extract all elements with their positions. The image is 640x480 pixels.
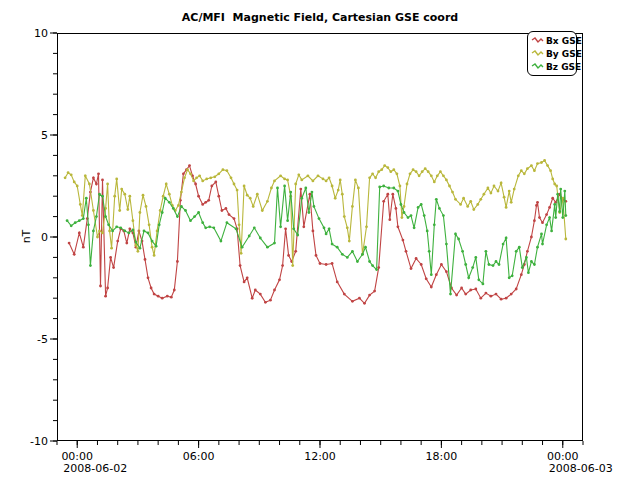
data-point-marker xyxy=(375,268,378,271)
data-point-marker xyxy=(513,188,516,191)
data-point-marker xyxy=(483,193,486,196)
data-point-marker xyxy=(554,216,557,219)
data-point-marker xyxy=(283,185,286,188)
data-point-marker xyxy=(300,179,303,182)
data-point-marker xyxy=(440,263,443,266)
data-point-marker xyxy=(406,183,409,186)
data-point-marker xyxy=(64,176,67,179)
data-point-marker xyxy=(269,299,272,302)
data-point-marker xyxy=(115,178,118,181)
data-point-marker xyxy=(125,242,128,245)
data-point-marker xyxy=(230,176,233,179)
data-point-marker xyxy=(304,187,307,190)
data-point-marker xyxy=(351,205,354,208)
data-point-marker xyxy=(176,215,179,218)
data-point-marker xyxy=(420,203,423,206)
data-point-marker xyxy=(189,172,192,175)
data-point-marker xyxy=(373,290,376,293)
data-point-marker xyxy=(427,170,430,173)
data-point-marker xyxy=(479,297,482,300)
data-point-marker xyxy=(195,176,198,179)
data-point-marker xyxy=(309,193,312,196)
data-point-marker xyxy=(341,253,344,256)
data-point-marker xyxy=(251,297,254,300)
data-point-marker xyxy=(126,208,129,211)
data-point-marker xyxy=(455,294,458,297)
data-point-marker xyxy=(382,200,385,203)
data-point-marker xyxy=(92,209,95,212)
data-point-marker xyxy=(180,205,183,208)
data-point-marker xyxy=(221,209,224,212)
data-point-marker xyxy=(487,187,490,190)
data-point-marker xyxy=(407,216,410,219)
data-point-marker xyxy=(328,227,331,230)
data-point-marker xyxy=(553,203,556,206)
data-point-marker xyxy=(82,217,85,220)
data-point-marker xyxy=(541,243,544,246)
data-point-marker xyxy=(294,183,297,186)
data-point-marker xyxy=(508,276,511,279)
data-point-marker xyxy=(533,263,536,266)
data-point-marker xyxy=(73,253,76,256)
data-point-marker xyxy=(464,263,467,266)
data-point-marker xyxy=(505,297,508,300)
data-point-marker xyxy=(511,274,514,277)
data-point-marker xyxy=(266,246,269,249)
data-point-marker xyxy=(439,170,442,173)
data-point-marker xyxy=(500,298,503,301)
data-point-marker xyxy=(88,183,91,186)
data-point-marker xyxy=(101,195,104,198)
data-point-marker xyxy=(533,169,536,172)
data-point-marker xyxy=(409,172,412,175)
data-point-marker xyxy=(308,211,311,214)
data-point-marker xyxy=(505,206,508,209)
data-point-marker xyxy=(123,193,126,196)
data-point-marker xyxy=(435,198,438,201)
data-point-marker xyxy=(540,161,543,164)
data-point-marker xyxy=(331,185,334,188)
data-point-marker xyxy=(558,210,561,213)
y-tick-label: -5 xyxy=(37,333,48,346)
data-point-marker xyxy=(97,172,100,175)
data-point-marker xyxy=(331,243,334,246)
data-point-marker xyxy=(248,235,251,238)
data-point-marker xyxy=(395,207,398,210)
data-point-marker xyxy=(78,219,81,222)
data-point-marker xyxy=(108,230,111,233)
data-point-marker xyxy=(128,195,131,198)
legend: Bx GSEBy GSEBz GSE xyxy=(527,31,577,76)
data-point-marker xyxy=(550,230,553,233)
data-point-marker xyxy=(225,207,228,210)
data-point-marker xyxy=(70,173,73,176)
data-point-marker xyxy=(99,285,102,288)
data-point-marker xyxy=(325,263,328,266)
data-point-marker xyxy=(336,246,339,249)
data-point-marker xyxy=(182,172,185,175)
data-point-marker xyxy=(526,167,529,170)
data-point-marker xyxy=(358,297,361,300)
data-point-marker xyxy=(530,164,533,167)
data-point-marker xyxy=(485,292,488,295)
data-point-marker xyxy=(521,266,524,269)
x-tick-label: 06:00 xyxy=(183,450,215,463)
data-point-marker xyxy=(368,294,371,297)
data-point-marker xyxy=(517,174,520,177)
data-point-marker xyxy=(139,211,142,214)
data-point-marker xyxy=(545,223,548,226)
data-point-marker xyxy=(273,289,276,292)
data-point-marker xyxy=(423,214,426,217)
data-point-marker xyxy=(235,227,238,230)
data-point-marker xyxy=(116,240,119,243)
data-point-marker xyxy=(348,240,351,243)
data-point-marker xyxy=(371,264,374,267)
data-point-marker xyxy=(430,286,433,289)
data-point-marker xyxy=(343,293,346,296)
data-point-marker xyxy=(490,192,493,195)
data-point-marker xyxy=(533,219,536,222)
data-point-marker xyxy=(312,180,315,183)
data-point-marker xyxy=(311,191,314,194)
data-point-marker xyxy=(173,289,176,292)
data-point-marker xyxy=(520,273,523,276)
data-point-marker xyxy=(119,226,122,229)
data-point-marker xyxy=(545,213,548,216)
